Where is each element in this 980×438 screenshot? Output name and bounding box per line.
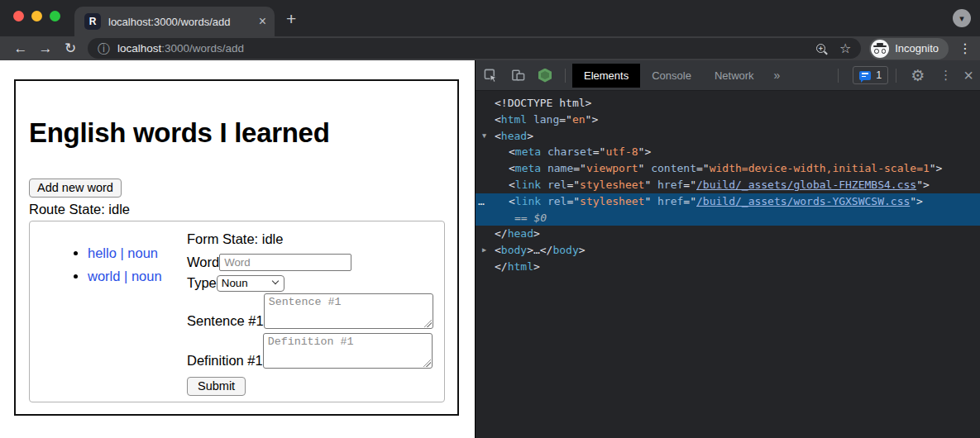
word-list-item: hello | noun: [88, 245, 187, 261]
devtools-menu-icon[interactable]: ⋮: [939, 68, 952, 83]
inspect-element-icon[interactable]: [484, 69, 498, 83]
remix-favicon-icon: R: [84, 13, 101, 30]
sentence-label: Sentence #1: [187, 313, 264, 329]
issues-count: 1: [876, 69, 882, 81]
titlebar: R localhost:3000/words/add × + ▾: [0, 0, 980, 36]
issues-button[interactable]: 1: [853, 66, 888, 84]
code-line[interactable]: <html lang="en">: [476, 112, 980, 128]
bookmark-star-icon[interactable]: ☆: [839, 42, 851, 55]
route-state-text: Route State: idle: [29, 202, 130, 217]
code-line[interactable]: </head>: [476, 226, 980, 242]
app-container: English words I learned Add new word Rou…: [14, 79, 459, 416]
devtools-tabs: ElementsConsoleNetwork: [572, 60, 766, 90]
word-list: hello | nounworld | noun: [30, 245, 187, 284]
type-label: Type: [187, 275, 217, 291]
back-icon[interactable]: ←: [8, 41, 33, 55]
word-link[interactable]: world | noun: [88, 269, 162, 283]
devtools-panel: ElementsConsoleNetwork » 1 ⚙ ⋮ × <!DOCTY…: [475, 60, 980, 438]
browser-window: R localhost:3000/words/add × + ▾ ← → ↻ ⓘ…: [0, 0, 980, 438]
code-line[interactable]: <meta name="viewport" content="width=dev…: [476, 160, 980, 177]
devtools-close-icon[interactable]: ×: [963, 68, 973, 83]
word-label: Word: [187, 255, 219, 270]
settings-gear-icon[interactable]: ⚙: [911, 68, 925, 83]
add-new-word-button[interactable]: Add new word: [29, 179, 122, 198]
more-tabs-icon[interactable]: »: [774, 69, 781, 82]
word-list-item: world | noun: [88, 269, 187, 284]
words-panel: hello | nounworld | noun Form State: idl…: [29, 221, 445, 402]
node-options-ellipsis-icon[interactable]: …: [478, 193, 484, 210]
fullscreen-window-button[interactable]: [50, 11, 60, 21]
collapse-arrow-icon[interactable]: ▼: [482, 128, 486, 145]
incognito-badge: Incognito: [869, 38, 949, 60]
page-title: English words I learned: [29, 117, 330, 149]
type-select[interactable]: Noun: [217, 275, 284, 292]
code-line[interactable]: </html>: [476, 259, 980, 275]
issues-icon: [859, 71, 871, 80]
extension-hexagon-icon[interactable]: [538, 69, 552, 83]
toolbar-divider: [565, 69, 566, 83]
code-line[interactable]: ▶<body>…</body>: [476, 242, 980, 259]
tab-search-chevron-icon[interactable]: ▾: [953, 9, 971, 27]
device-toolbar-icon[interactable]: [511, 69, 525, 83]
devtools-tab-elements[interactable]: Elements: [572, 64, 640, 88]
add-word-form: Form State: idle Word Type Noun: [187, 221, 444, 402]
address-bar[interactable]: ⓘ localhost:3000/words/add ☆: [88, 38, 861, 59]
word-link[interactable]: hello | noun: [88, 245, 158, 260]
word-list-column: hello | nounworld | noun: [30, 221, 187, 402]
tab-title: localhost:3000/words/add: [108, 16, 252, 28]
reload-icon[interactable]: ↻: [58, 41, 83, 55]
dom-tree: <!DOCTYPE html><html lang="en">▼<head><m…: [476, 91, 980, 275]
url-text: localhost:3000/words/add: [117, 42, 244, 55]
forward-icon[interactable]: →: [33, 41, 58, 55]
page-viewport: English words I learned Add new word Rou…: [0, 60, 475, 438]
zoom-icon[interactable]: [816, 44, 825, 53]
devtools-toolbar: ElementsConsoleNetwork » 1 ⚙ ⋮ ×: [476, 60, 980, 91]
tab-close-icon[interactable]: ×: [259, 15, 266, 28]
browser-tab[interactable]: R localhost:3000/words/add ×: [74, 7, 275, 36]
toolbar-divider: [838, 69, 839, 83]
info-icon[interactable]: ⓘ: [98, 42, 110, 55]
form-state-text: Form State: idle: [187, 231, 436, 247]
sentence-textarea[interactable]: [264, 293, 433, 329]
new-tab-icon[interactable]: +: [286, 11, 296, 27]
incognito-label: Incognito: [895, 42, 939, 55]
code-line[interactable]: <meta charset="utf-8">: [476, 144, 980, 160]
devtools-tab-network[interactable]: Network: [703, 64, 766, 88]
code-line[interactable]: …<link rel="stylesheet" href="/build/_as…: [476, 193, 980, 210]
code-line[interactable]: ▼<head>: [476, 128, 980, 145]
browser-toolbar: ← → ↻ ⓘ localhost:3000/words/add ☆ Incog…: [0, 36, 980, 60]
browser-menu-icon[interactable]: ⋮: [958, 40, 972, 56]
close-window-button[interactable]: [13, 11, 24, 21]
submit-button[interactable]: Submit: [187, 377, 246, 396]
expand-arrow-icon[interactable]: ▶: [482, 242, 486, 259]
code-line[interactable]: <link rel="stylesheet" href="/build/_ass…: [476, 177, 980, 193]
devtools-tab-console[interactable]: Console: [640, 64, 703, 88]
minimize-window-button[interactable]: [31, 11, 42, 21]
word-input[interactable]: [219, 254, 351, 271]
code-line[interactable]: == $0: [476, 210, 980, 226]
toolbar-divider: [896, 69, 896, 83]
definition-label: Definition #1: [187, 353, 263, 369]
code-line[interactable]: <!DOCTYPE html>: [476, 95, 980, 112]
incognito-icon: [871, 40, 889, 58]
definition-textarea[interactable]: [263, 333, 433, 369]
